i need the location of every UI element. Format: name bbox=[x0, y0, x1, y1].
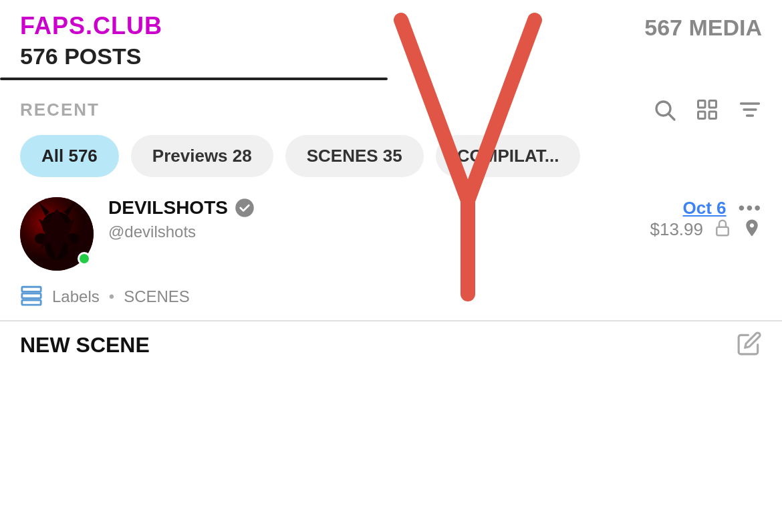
recent-label: RECENT bbox=[20, 100, 100, 120]
svg-rect-2 bbox=[698, 101, 706, 108]
pin-icon bbox=[742, 218, 762, 241]
header: FAPS.CLUB 567 MEDIA bbox=[0, 0, 782, 41]
svg-rect-5 bbox=[709, 112, 716, 119]
media-count: 567 MEDIA bbox=[644, 15, 762, 41]
filter-button[interactable] bbox=[738, 98, 762, 122]
svg-point-16 bbox=[235, 198, 254, 217]
online-indicator bbox=[78, 252, 91, 265]
scenes-category-text: SCENES bbox=[124, 287, 190, 306]
more-options-button[interactable]: ••• bbox=[739, 197, 762, 219]
svg-rect-19 bbox=[22, 293, 41, 298]
creator-handle[interactable]: @devilshots bbox=[108, 223, 196, 241]
post-date[interactable]: Oct 6 bbox=[683, 198, 727, 219]
svg-rect-20 bbox=[22, 300, 41, 305]
recent-bar: RECENT bbox=[0, 82, 782, 135]
new-scene-label: NEW SCENE bbox=[20, 333, 150, 358]
svg-point-13 bbox=[45, 231, 69, 260]
avatar-container bbox=[20, 197, 94, 271]
price-row: $13.99 bbox=[650, 218, 762, 241]
verified-badge bbox=[235, 198, 255, 218]
creator-name: DEVILSHOTS bbox=[108, 197, 255, 219]
creator-info: DEVILSHOTS Oct 6 ••• @devilshots $13.99 bbox=[108, 197, 762, 241]
grid-button[interactable] bbox=[695, 98, 719, 122]
svg-point-15 bbox=[66, 233, 79, 244]
svg-point-12 bbox=[42, 212, 72, 239]
svg-rect-4 bbox=[698, 112, 706, 119]
posts-section: 576 POSTS bbox=[0, 41, 782, 70]
svg-rect-18 bbox=[22, 287, 41, 291]
lock-icon bbox=[712, 218, 733, 241]
labels-row: Labels • SCENES bbox=[0, 281, 782, 320]
tab-previews[interactable]: Previews 28 bbox=[131, 135, 273, 177]
tab-underline bbox=[0, 78, 388, 80]
posts-count: 576 POSTS bbox=[20, 43, 141, 70]
icons-row bbox=[652, 98, 762, 122]
svg-rect-17 bbox=[716, 227, 729, 236]
creator-meta-right: Oct 6 ••• bbox=[683, 197, 762, 219]
price-text: $13.99 bbox=[650, 219, 703, 240]
tab-compilat[interactable]: COMPILAT... bbox=[436, 135, 581, 177]
new-scene-row: NEW SCENE bbox=[0, 321, 782, 359]
creator-name-row: DEVILSHOTS Oct 6 ••• bbox=[108, 197, 762, 219]
edit-icon[interactable] bbox=[737, 331, 762, 359]
creator-card: DEVILSHOTS Oct 6 ••• @devilshots $13.99 bbox=[0, 177, 782, 281]
tab-all[interactable]: All 576 bbox=[20, 135, 119, 177]
search-button[interactable] bbox=[652, 98, 676, 122]
dot-separator: • bbox=[109, 287, 114, 306]
filter-tabs: All 576 Previews 28 SCENES 35 COMPILAT..… bbox=[0, 135, 782, 177]
tab-underline-container bbox=[0, 78, 782, 82]
site-logo[interactable]: FAPS.CLUB bbox=[20, 12, 162, 40]
labels-icon bbox=[20, 284, 43, 309]
svg-point-14 bbox=[35, 233, 48, 244]
labels-text: Labels bbox=[52, 287, 100, 306]
tab-scenes[interactable]: SCENES 35 bbox=[285, 135, 424, 177]
svg-line-1 bbox=[669, 114, 674, 120]
svg-rect-3 bbox=[709, 101, 716, 108]
